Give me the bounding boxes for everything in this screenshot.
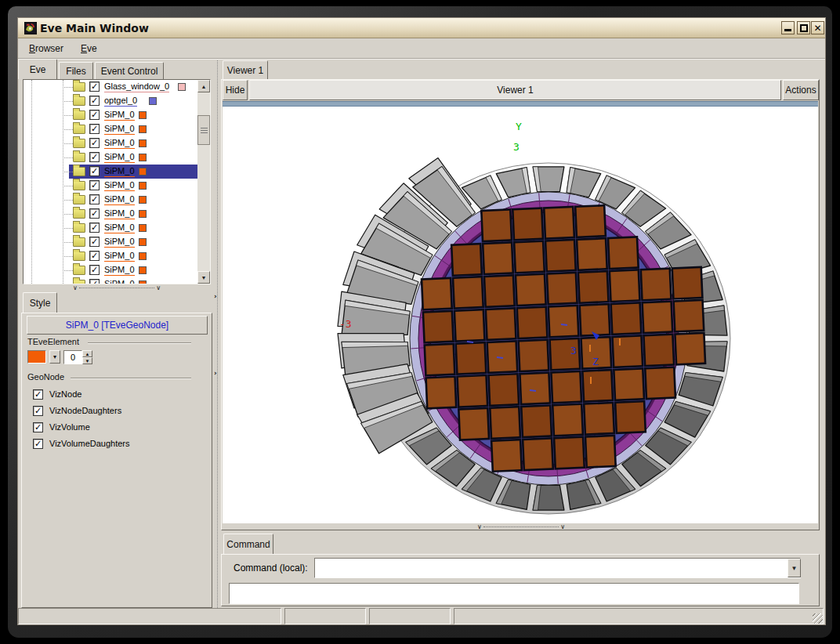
actions-button[interactable]: Actions	[783, 80, 819, 100]
spin-up-button[interactable]: ▲	[82, 350, 92, 357]
gl-viewer-canvas[interactable]: Y3-33Z	[223, 107, 818, 523]
node-label[interactable]: SiPM_0	[104, 279, 135, 284]
close-button[interactable]: ✕	[811, 21, 824, 34]
node-label[interactable]: optgel_0	[104, 96, 137, 107]
detector-visualization: Y3-33Z	[223, 107, 818, 523]
viewer-splitter[interactable]: ∨ ∨	[477, 523, 565, 530]
scrollbar-thumb[interactable]	[197, 115, 210, 145]
panel-splitter[interactable]	[217, 60, 218, 608]
tree-row[interactable]: ✓optgel_0	[24, 94, 197, 108]
hide-button[interactable]: Hide	[223, 80, 248, 100]
tab-event-control[interactable]: Event Control	[95, 62, 164, 79]
tree-row[interactable]: ✓SiPM_0	[24, 108, 197, 122]
node-checkbox[interactable]: ✓	[89, 124, 100, 134]
node-label[interactable]: SiPM_0	[104, 223, 135, 233]
command-input[interactable]	[314, 558, 801, 578]
maximize-icon	[800, 24, 808, 32]
tree-row[interactable]: ✓SiPM_0	[24, 150, 197, 165]
node-checkbox[interactable]: ✓	[89, 194, 100, 204]
node-checkbox[interactable]: ✓	[89, 138, 100, 148]
chevron-right-icon[interactable]: ›	[214, 369, 217, 377]
selected-object-header[interactable]: SiPM_0 [TEveGeoNode]	[27, 316, 208, 335]
viz-checkbox[interactable]: ✓	[33, 439, 43, 449]
node-label[interactable]: SiPM_0	[104, 110, 135, 121]
node-checkbox[interactable]: ✓	[89, 166, 100, 176]
spin-down-button[interactable]: ▼	[82, 357, 92, 364]
tree-row[interactable]: ✓SiPM_0	[24, 136, 197, 150]
spin-up-icon: ▲	[85, 352, 90, 356]
teveelement-group-label: TEveElement	[27, 337, 82, 346]
node-checkbox[interactable]: ✓	[89, 81, 100, 92]
viz-checkbox[interactable]: ✓	[33, 406, 43, 416]
node-label[interactable]: SiPM_0	[104, 124, 135, 135]
tree-splitter[interactable]: ∨ ∨	[73, 284, 161, 291]
tree-row[interactable]: ✓SiPM_0	[24, 235, 197, 249]
transparency-spinbox[interactable]: 0	[63, 350, 82, 364]
tree-scrollbar[interactable]	[197, 80, 210, 284]
node-label[interactable]: SiPM_0	[104, 208, 135, 219]
viz-checkbox[interactable]: ✓	[33, 422, 43, 432]
node-checkbox[interactable]: ✓	[89, 279, 100, 284]
viewer-dock-handle[interactable]	[223, 101, 818, 107]
node-label[interactable]: SiPM_0	[104, 180, 135, 191]
node-label[interactable]: SiPM_0	[104, 138, 135, 149]
folder-icon	[73, 209, 85, 219]
node-label[interactable]: SiPM_0	[104, 194, 135, 205]
scroll-up-button[interactable]: ▲	[197, 80, 210, 92]
scroll-up-icon: ▲	[201, 84, 207, 89]
tab-viewer-1[interactable]: Viewer 1	[223, 60, 268, 79]
viewer-title-bar[interactable]: Viewer 1	[249, 80, 781, 100]
tree-connector	[63, 87, 73, 88]
viz-checkbox[interactable]: ✓	[33, 389, 43, 400]
tree-row[interactable]: ✓SiPM_0	[24, 221, 197, 235]
tree-row[interactable]: ✓SiPM_0	[24, 179, 197, 193]
title-bar[interactable]: Eve Main Window ✕	[18, 18, 825, 38]
node-checkbox[interactable]: ✓	[89, 237, 100, 247]
tree-row[interactable]: ✓Glass_window_0	[24, 80, 197, 94]
maximize-button[interactable]	[797, 21, 810, 34]
tree-row[interactable]: ✓SiPM_0	[24, 122, 197, 136]
node-label[interactable]: SiPM_0	[104, 237, 135, 248]
resize-grip[interactable]	[813, 613, 823, 624]
node-checkbox[interactable]: ✓	[89, 223, 100, 233]
node-checkbox[interactable]: ✓	[89, 208, 100, 219]
color-picker-swatch[interactable]	[27, 350, 46, 364]
menu-eve[interactable]: Eve	[79, 42, 99, 56]
node-label[interactable]: SiPM_0	[104, 265, 135, 276]
tree-row[interactable]: ✓SiPM_0	[24, 277, 197, 284]
tree-row[interactable]: ✓SiPM_0	[24, 165, 197, 179]
status-cell	[284, 608, 366, 624]
node-checkbox[interactable]: ✓	[89, 110, 100, 120]
command-output[interactable]	[229, 583, 799, 604]
minimize-button[interactable]	[781, 21, 795, 34]
node-checkbox[interactable]: ✓	[89, 265, 100, 275]
node-label[interactable]: SiPM_0	[104, 166, 135, 177]
node-checkbox[interactable]: ✓	[89, 180, 100, 190]
node-color-swatch	[139, 210, 147, 218]
tree-row[interactable]: ✓SiPM_0	[24, 263, 197, 277]
color-dropdown-button[interactable]: ▾	[49, 350, 60, 364]
tree-row[interactable]: ✓SiPM_0	[24, 249, 197, 263]
tree-connector	[63, 270, 73, 271]
node-checkbox[interactable]: ✓	[89, 152, 100, 162]
tab-files[interactable]: Files	[59, 62, 93, 79]
tree-row[interactable]: ✓SiPM_0	[24, 193, 197, 207]
node-checkbox[interactable]: ✓	[89, 251, 100, 261]
root-app-icon	[24, 22, 37, 34]
folder-icon	[73, 139, 85, 148]
tab-eve[interactable]: Eve	[18, 59, 57, 79]
viz-checkbox-row: ✓VizNode	[33, 388, 81, 400]
tab-command[interactable]: Command	[223, 534, 273, 554]
tab-style[interactable]: Style	[23, 292, 57, 313]
chevron-right-icon[interactable]: ›	[214, 292, 217, 300]
command-history-dropdown[interactable]: ▼	[788, 559, 801, 577]
scroll-down-button[interactable]: ▼	[197, 271, 210, 284]
menu-browser[interactable]: Browser	[27, 42, 65, 56]
viz-checkbox-label: VizVolumeDaughters	[49, 439, 130, 448]
node-checkbox[interactable]: ✓	[89, 96, 100, 106]
node-label[interactable]: Glass_window_0	[104, 81, 169, 92]
tree-row[interactable]: ✓SiPM_0	[24, 207, 197, 221]
node-label[interactable]: SiPM_0	[104, 152, 135, 163]
node-label[interactable]: SiPM_0	[104, 251, 135, 262]
tree-connector	[63, 200, 73, 201]
